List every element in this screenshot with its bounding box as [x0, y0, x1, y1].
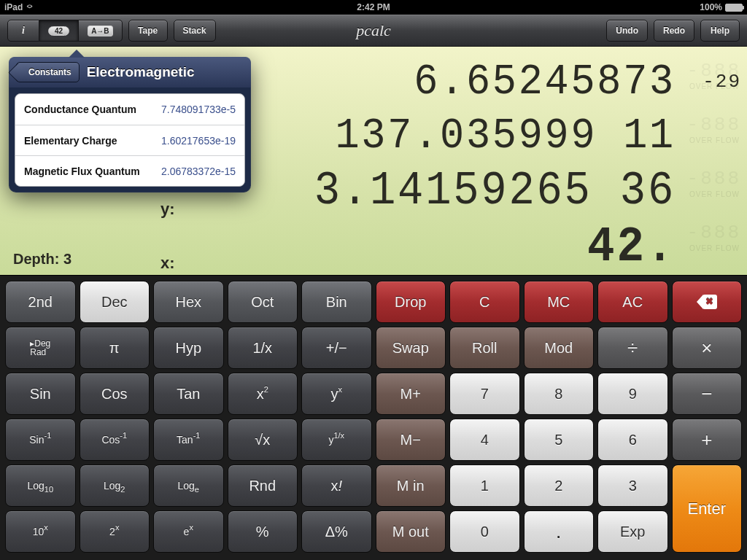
popover-back-label: Constants — [28, 67, 71, 77]
key-decimal[interactable]: . — [524, 510, 595, 553]
depth-label: Depth: 3 — [13, 251, 71, 268]
key-pi[interactable]: π — [80, 327, 150, 369]
constant-name: Elementary Charge — [24, 135, 117, 147]
key-1[interactable]: 1 — [449, 464, 520, 507]
keypad: 2nd Dec Hex Oct Bin Drop C MC AC ▸Deg Ra… — [0, 276, 747, 560]
key-mout[interactable]: M out — [376, 510, 446, 553]
key-acos[interactable]: Cos-1 — [80, 419, 150, 461]
key-min[interactable]: M in — [376, 464, 446, 507]
key-4[interactable]: 4 — [449, 419, 520, 461]
key-9[interactable]: 9 — [597, 373, 668, 415]
key-divide[interactable]: ÷ — [597, 327, 668, 369]
undo-button[interactable]: Undo — [606, 20, 648, 42]
info-icon: i — [22, 25, 25, 36]
toolbar-left-segment: i 42 A→B — [7, 20, 123, 42]
constant-row[interactable]: Conductance Quantum 7.748091733e-5 — [15, 94, 244, 125]
key-roll[interactable]: Roll — [449, 327, 520, 369]
constant-name: Magnetic Flux Quantum — [24, 166, 140, 177]
key-swap[interactable]: Swap — [376, 327, 446, 369]
info-button[interactable]: i — [7, 20, 39, 42]
constant-value: 2.06783372e-15 — [161, 166, 236, 177]
key-6[interactable]: 6 — [597, 419, 668, 461]
key-10x[interactable]: 10x — [5, 510, 76, 553]
carrier-label: iPad — [4, 2, 23, 12]
constants-badge: 42 — [48, 26, 69, 36]
key-0[interactable]: 0 — [449, 510, 520, 553]
tape-button[interactable]: Tape — [128, 20, 168, 42]
key-cos[interactable]: Cos — [80, 373, 150, 415]
conversions-button[interactable]: A→B — [79, 20, 122, 42]
key-mc[interactable]: MC — [524, 281, 595, 323]
key-hyp[interactable]: Hyp — [153, 327, 224, 369]
key-hex[interactable]: Hex — [153, 281, 224, 323]
key-atan[interactable]: Tan-1 — [153, 419, 224, 461]
key-c[interactable]: C — [449, 281, 520, 323]
convert-icon: A→B — [88, 26, 112, 36]
constant-row[interactable]: Magnetic Flux Quantum 2.06783372e-15 — [15, 155, 244, 186]
status-bar: iPad ⌔ 2:42 PM 100% — [0, 0, 747, 15]
key-percent[interactable]: % — [228, 510, 298, 553]
key-exp[interactable]: Exp — [597, 510, 668, 553]
key-x2[interactable]: x2 — [228, 373, 298, 415]
popover-header: Constants Electromagnetic — [9, 57, 251, 88]
key-8[interactable]: 8 — [524, 373, 595, 415]
redo-button[interactable]: Redo — [654, 20, 694, 42]
battery-icon — [725, 4, 743, 12]
key-2nd[interactable]: 2nd — [5, 281, 76, 323]
constant-row[interactable]: Elementary Charge 1.60217653e-19 — [15, 125, 244, 155]
key-fact[interactable]: x! — [301, 464, 372, 507]
key-mod[interactable]: Mod — [524, 327, 595, 369]
key-7[interactable]: 7 — [449, 373, 520, 415]
stack-button[interactable]: Stack — [174, 20, 216, 42]
key-oct[interactable]: Oct — [228, 281, 298, 323]
constants-popover: Constants Electromagnetic Conductance Qu… — [9, 57, 251, 192]
key-multiply[interactable]: × — [672, 327, 743, 369]
key-3[interactable]: 3 — [597, 464, 668, 507]
key-recip[interactable]: 1/x — [228, 327, 298, 369]
key-yroot[interactable]: y1/x — [301, 419, 372, 461]
app-title: pcalc — [356, 21, 391, 40]
key-log2[interactable]: Log2 — [80, 464, 150, 507]
help-button[interactable]: Help — [700, 20, 740, 42]
key-enter[interactable]: Enter — [672, 464, 743, 553]
lcd-row-x: x: 42. — [0, 219, 741, 275]
key-asin[interactable]: Sin-1 — [5, 419, 76, 461]
constant-name: Conductance Quantum — [24, 104, 136, 115]
key-mminus[interactable]: M− — [376, 419, 446, 461]
popover-title: Electromagnetic — [87, 64, 195, 80]
key-drop[interactable]: Drop — [376, 281, 446, 323]
popover-back-button[interactable]: Constants — [16, 62, 80, 82]
key-ln[interactable]: Loge — [153, 464, 224, 507]
battery-percent: 100% — [700, 2, 722, 12]
key-backspace[interactable] — [672, 281, 743, 323]
key-bin[interactable]: Bin — [301, 281, 372, 323]
toolbar: i 42 A→B Tape Stack pcalc Undo Redo Help — [0, 15, 747, 47]
key-ac[interactable]: AC — [597, 281, 668, 323]
lcd-exp-t: -29 — [676, 71, 741, 93]
key-yx[interactable]: yx — [301, 373, 372, 415]
key-ex[interactable]: ex — [153, 510, 224, 553]
popover-list: Conductance Quantum 7.748091733e-5 Eleme… — [15, 93, 245, 187]
key-tan[interactable]: Tan — [153, 373, 224, 415]
key-negate[interactable]: +/− — [301, 327, 372, 369]
key-rnd[interactable]: Rnd — [228, 464, 298, 507]
key-2x[interactable]: 2x — [80, 510, 150, 553]
wifi-icon: ⌔ — [27, 2, 32, 12]
key-mplus[interactable]: M+ — [376, 373, 446, 415]
lcd-value-x: 42. — [54, 219, 676, 275]
backspace-icon — [697, 295, 717, 309]
key-5[interactable]: 5 — [524, 419, 595, 461]
key-sqrt[interactable]: √x — [228, 419, 298, 461]
constant-value: 1.60217653e-19 — [161, 135, 236, 147]
key-2[interactable]: 2 — [524, 464, 595, 507]
key-sin[interactable]: Sin — [5, 373, 76, 415]
key-deltapercent[interactable]: Δ% — [301, 510, 372, 553]
key-plus[interactable]: + — [672, 419, 743, 461]
key-dec[interactable]: Dec — [80, 281, 150, 323]
key-minus[interactable]: − — [672, 373, 743, 415]
key-deg-rad[interactable]: ▸Deg Rad — [5, 327, 76, 369]
rad-label: Rad — [30, 348, 50, 357]
constants-button[interactable]: 42 — [39, 20, 79, 42]
constant-value: 7.748091733e-5 — [161, 104, 236, 115]
key-log10[interactable]: Log10 — [5, 464, 76, 507]
